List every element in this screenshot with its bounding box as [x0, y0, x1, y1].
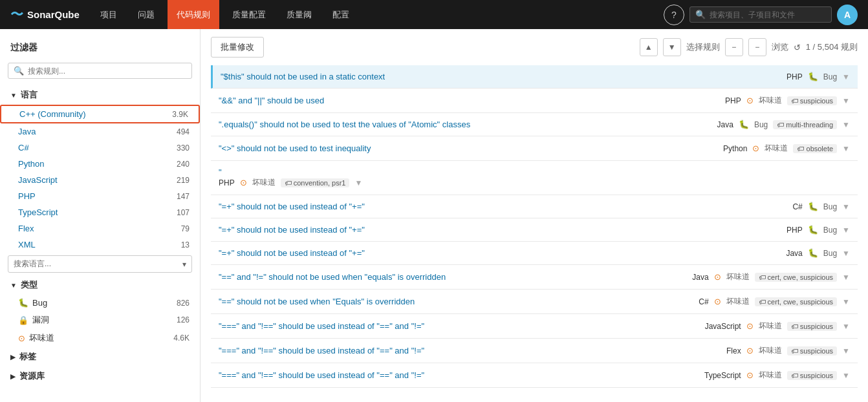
tag-section-label: 标签 — [19, 351, 36, 363]
type-bug-item[interactable]: 🐛 Bug 826 — [0, 295, 200, 311]
rule-meta: Java 🐛 Bug ▼ — [786, 248, 850, 258]
lang-cpp-item[interactable]: C++ (Community) 3.9K — [0, 105, 200, 123]
help-button[interactable]: ? — [664, 5, 684, 25]
rule-item[interactable]: "=+" should not be used instead of "+=" … — [211, 195, 858, 218]
lang-python-label: Python — [18, 159, 44, 169]
tag-badge: 🏷 multi-threading — [773, 120, 837, 129]
rule-meta: Python ⊙ 坏味道 🏷 obsolete ▼ — [723, 143, 850, 154]
rule-item[interactable]: "==" should not be used when "Equals" is… — [211, 290, 858, 314]
rule-item[interactable]: "=+" should not be used instead of "+=" … — [211, 218, 858, 242]
chevron-down-icon: ▼ — [10, 92, 17, 99]
rule-meta: C# ⊙ 坏味道 🏷 cert, cwe, suspicious ▼ — [699, 296, 850, 307]
rule-filter-button[interactable]: ▼ — [354, 178, 362, 187]
rule-meta: JavaScript ⊙ 坏味道 🏷 suspicious ▼ — [705, 321, 850, 332]
lang-php-item[interactable]: PHP 147 — [0, 188, 200, 204]
rule-filter-button[interactable]: ▼ — [842, 273, 850, 282]
search-input[interactable] — [710, 10, 826, 19]
rule-name: "$this" should not be used in a static c… — [221, 72, 781, 81]
lang-javascript-item[interactable]: JavaScript 219 — [0, 172, 200, 188]
rule-filter-button[interactable]: ▼ — [842, 297, 850, 306]
nav-quality-profiles[interactable]: 质量配置 — [224, 0, 274, 29]
rule-item[interactable]: "===" and "!==" should be used instead o… — [211, 339, 858, 363]
lang-java-count: 494 — [177, 127, 190, 136]
rule-filter-button[interactable]: ▼ — [842, 144, 850, 153]
minus-button[interactable]: − — [725, 38, 743, 56]
lang-cpp-count: 3.9K — [172, 110, 188, 119]
sort-up-button[interactable]: ▲ — [640, 38, 658, 56]
lang-typescript-label: TypeScript — [18, 207, 58, 217]
type-label: 坏味道 — [759, 345, 782, 356]
rule-lang: C# — [792, 202, 802, 211]
global-search[interactable]: 🔍 — [689, 6, 832, 23]
type-section-header[interactable]: ▼ 类型 — [0, 275, 200, 295]
nav-rules[interactable]: 代码规则 — [168, 0, 219, 29]
rule-item[interactable]: "=+" should not be used instead of "+=" … — [211, 242, 858, 265]
rule-meta: TypeScript ⊙ 坏味道 🏷 suspicious ▼ — [704, 370, 850, 381]
type-bug-label: Bug — [32, 298, 47, 308]
nav-settings[interactable]: 配置 — [325, 0, 357, 29]
bug-icon: 🐛 — [739, 120, 749, 129]
rule-item[interactable]: "==" and "!=" should not be used when "e… — [211, 265, 858, 290]
rule-filter-button[interactable]: ▼ — [842, 322, 850, 331]
lang-flex-item[interactable]: Flex 79 — [0, 220, 200, 237]
lang-search-dropdown[interactable]: 搜索语言... ▾ — [8, 255, 192, 273]
rule-name: "===" and "!==" should be used instead o… — [219, 346, 721, 355]
bug-icon: 🐛 — [808, 72, 818, 81]
smell-icon: ⊙ — [746, 346, 754, 355]
rule-item[interactable]: " PHP ⊙ 坏味道 🏷 convention, psr1 ▼ — [211, 161, 858, 195]
rule-item[interactable]: "<>" should not be used to test inequali… — [211, 136, 858, 161]
rule-filter-button[interactable]: ▼ — [842, 72, 850, 81]
smell-icon: ⊙ — [714, 297, 721, 306]
rules-content: 批量修改 ▲ ▼ 选择规则 − − 浏览 ↺ 1 / 5,504 规则 "$th… — [201, 29, 868, 402]
rule-filter-button[interactable]: ▼ — [842, 202, 850, 211]
lang-typescript-item[interactable]: TypeScript 107 — [0, 204, 200, 220]
rule-item[interactable]: "===" and "!==" should be used instead o… — [211, 314, 858, 339]
rule-meta: C# 🐛 Bug ▼ — [792, 202, 850, 211]
repo-section-header[interactable]: ▶ 资源库 — [0, 366, 200, 386]
rule-search-box[interactable]: 🔍 — [8, 63, 192, 79]
smell-icon: ⊙ — [240, 178, 247, 187]
rule-filter-button[interactable]: ▼ — [842, 346, 850, 355]
nav-quality-gates[interactable]: 质量阈 — [279, 0, 320, 29]
rule-item[interactable]: "$this" should not be used in a static c… — [211, 65, 858, 89]
lang-javascript-label: JavaScript — [18, 175, 58, 185]
rule-filter-button[interactable]: ▼ — [842, 371, 850, 380]
lang-xml-item[interactable]: XML 13 — [0, 237, 200, 253]
type-label: Bug — [823, 72, 837, 81]
type-label: 坏味道 — [759, 95, 782, 106]
sidebar-title: 过滤器 — [0, 37, 200, 59]
rule-filter-button[interactable]: ▼ — [842, 120, 850, 129]
rule-name: "=+" should not be used instead of "+=" — [219, 248, 781, 258]
tag-section-header[interactable]: ▶ 标签 — [0, 347, 200, 366]
rule-item[interactable]: "&&" and "||" should be used PHP ⊙ 坏味道 🏷… — [211, 89, 858, 113]
type-vuln-item[interactable]: 🔒 漏洞 126 — [0, 311, 200, 329]
type-label: 坏味道 — [252, 177, 276, 188]
rule-item[interactable]: "===" and "!==" should be used instead o… — [211, 363, 858, 388]
rule-lang: TypeScript — [704, 371, 741, 380]
lock-icon: 🔒 — [18, 315, 28, 325]
language-section-header[interactable]: ▼ 语言 — [0, 85, 200, 105]
rule-lang: PHP — [787, 226, 803, 235]
lang-java-label: Java — [18, 127, 36, 136]
lang-search-label: 搜索语言... — [14, 259, 51, 270]
lang-cpp-label: C++ (Community) — [19, 109, 86, 119]
refresh-icon[interactable]: ↺ — [794, 43, 801, 52]
nav-projects[interactable]: 项目 — [92, 0, 125, 29]
lang-java-item[interactable]: Java 494 — [0, 123, 200, 140]
batch-edit-button[interactable]: 批量修改 — [211, 37, 264, 58]
minus2-button[interactable]: − — [748, 38, 766, 56]
rule-filter-button[interactable]: ▼ — [842, 96, 850, 105]
lang-csharp-count: 330 — [177, 143, 190, 153]
type-smell-item[interactable]: ⊙ 坏味道 4.6K — [0, 329, 200, 347]
rule-item[interactable]: ".equals()" should not be used to test t… — [211, 113, 858, 136]
rule-filter-button[interactable]: ▼ — [842, 249, 850, 258]
rule-name: "<>" should not be used to test inequali… — [219, 143, 718, 153]
user-avatar[interactable]: A — [837, 5, 858, 25]
nav-issues[interactable]: 问题 — [130, 0, 162, 29]
sort-down-button[interactable]: ▼ — [663, 38, 681, 56]
rule-filter-button[interactable]: ▼ — [842, 226, 850, 235]
tag-badge: 🏷 suspicious — [787, 322, 837, 331]
lang-python-item[interactable]: Python 240 — [0, 156, 200, 172]
rule-search-input[interactable] — [28, 67, 186, 76]
lang-csharp-item[interactable]: C# 330 — [0, 140, 200, 156]
